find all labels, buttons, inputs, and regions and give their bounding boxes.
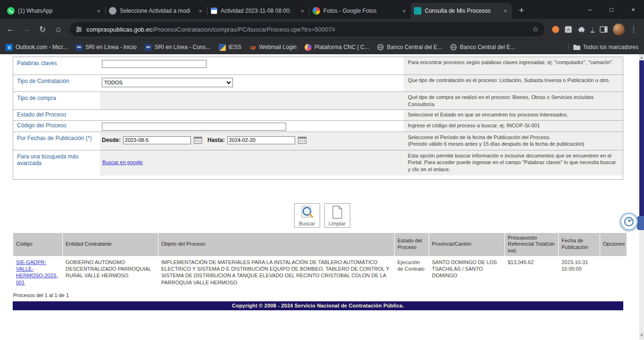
bookmark-sri-consultas[interactable]: SRI SRI en Línea - Cons... [145,44,211,51]
tab-seleccione-actividad[interactable]: Seleccione Actividad a modi × [106,3,207,19]
header-entidad: Entidad Contratante [63,233,158,256]
bookmark-label: Plataforma CNC | C... [314,44,369,50]
bookmark-label: Outlook.com - Micr... [16,44,67,50]
keywords-input[interactable] [102,60,206,68]
tab-consulta-procesos-active[interactable]: Consulta de Mis Procesos × [411,3,512,19]
tabs-container: (1) WhatsApp × Seleccione Actividad a mo… [0,3,579,19]
keywords-help: Para encontrar procesos según palabras c… [404,57,623,75]
bookmark-banco-central-1[interactable]: Banco Central del E... [377,44,442,51]
globe-icon [377,44,384,51]
reload-button[interactable]: ↻ [35,22,50,37]
bookmark-sri-inicio[interactable]: SRI SRI en Línea - Inicio [75,44,137,51]
results-section: Código Entidad Contratante Objeto del Pr… [13,232,623,289]
translate-icon[interactable]: A [564,25,572,33]
page-scrollbar[interactable]: ▲ ▼ [639,54,644,340]
dates-help: Seleccione el Período de la fecha de Pub… [404,132,623,150]
svg-text:A: A [567,27,570,32]
globe-icon [450,44,457,51]
tab-label: Actividad 2023-11-08 08:00: [221,8,296,14]
profile-avatar[interactable] [613,24,625,35]
process-code-input[interactable] [102,123,286,131]
header-estado: Estado del Proceso [395,233,429,256]
url-text[interactable]: compraspublicas.gob.ec/ProcesoContrataci… [86,26,528,33]
side-panel-icon[interactable] [600,26,608,33]
sri-icon: SRI [145,44,152,51]
minimize-button[interactable]: – [579,0,601,19]
chrome-menu-icon[interactable]: ⋮ [630,25,637,34]
tab-label: Fotos - Google Fotos [323,8,397,14]
tab-close-icon[interactable]: × [401,8,407,15]
contract-type-select[interactable]: TODOS [102,78,233,87]
scroll-up-icon[interactable]: ▲ [639,54,644,60]
tab-close-icon[interactable]: × [95,8,102,15]
results-header-row: Código Entidad Contratante Objeto del Pr… [13,233,627,256]
extensions-puzzle-icon[interactable] [578,25,586,33]
bookmark-banco-central-2[interactable]: Banco Central del E... [450,44,515,51]
compras-publicas-icon [414,7,421,15]
bookmark-star-icon[interactable]: ☆ [532,25,538,33]
bookmark-label: Webmail Login [259,44,297,50]
forward-button[interactable]: → [19,22,34,37]
header-codigo: Código [13,233,62,256]
table-row: SIE-GADPR-VALLE-HERMOSO-2023-001 GOBIERN… [13,257,627,288]
back-button[interactable]: ← [3,22,18,37]
form-bottom-spacer [13,175,623,179]
scrollbar-thumb[interactable] [639,60,644,217]
code-help: Ingrese el código del proceso a buscar, … [404,121,623,132]
calendar-page-icon [211,8,217,14]
date-from-input[interactable] [123,136,191,144]
close-button[interactable]: × [622,0,644,19]
tab-actividad[interactable]: Actividad 2023-11-08 08:00: × [207,3,309,19]
maximize-button[interactable]: □ [601,0,622,19]
bookmark-iess[interactable]: IESS [219,44,241,51]
bookmark-cnc[interactable]: Plataforma CNC | C... [305,44,369,51]
search-button[interactable]: Buscar [294,203,320,228]
tab-close-icon[interactable]: × [197,8,204,15]
site-settings-icon[interactable] [75,26,83,33]
search-form: Palabras claves Para encontrar procesos … [13,57,623,180]
row-tipo-contratacion: Tipo de Contratación TODOS Que tipo de c… [13,75,623,91]
tab-label: (1) WhatsApp [18,8,92,14]
date-to-label: Hasta: [207,137,225,143]
clear-button[interactable]: Limpiar [324,203,350,228]
bookmark-label: Todos los marcadores [583,44,638,50]
all-bookmarks-button[interactable]: Todos los marcadores [573,44,638,51]
process-code-link[interactable]: SIE-GADPR-VALLE-HERMOSO-2023-001 [16,259,58,285]
floating-clock-widget[interactable] [620,213,638,231]
tab-close-icon[interactable]: × [502,8,509,15]
tab-google-fotos[interactable]: Fotos - Google Fotos × [309,3,411,19]
advanced-help: Esta opción permite buscar información e… [404,150,623,175]
row-palabras-claves: Palabras claves Para encontrar procesos … [13,57,623,75]
date-to-input[interactable] [227,136,295,144]
search-button-label: Buscar [299,221,315,226]
downloads-icon[interactable]: ↓ [591,26,595,33]
outlook-icon: o [6,44,13,51]
header-fecha: Fecha de Publicación [559,233,600,256]
header-provincia: Provincia/Cantón [429,233,504,256]
dates-help-line1: Seleccione el Período de la fecha de Pub… [408,134,619,141]
address-bar[interactable]: compraspublicas.gob.ec/ProcesoContrataci… [70,22,545,36]
tab-close-icon[interactable]: × [299,8,305,15]
new-tab-button[interactable]: + [515,4,528,17]
scroll-down-icon[interactable]: ▼ [639,332,644,338]
tab-whatsapp[interactable]: (1) WhatsApp × [4,3,105,19]
bookmarks-divider [568,43,569,51]
bookmark-label: SRI en Línea - Cons... [155,44,211,50]
cell-objeto: IMPLEMENTACIÓN DE MATERIALES PARA LA INS… [158,257,394,288]
google-search-link[interactable]: Buscar en google [102,159,143,165]
calendar-icon[interactable] [194,137,202,144]
bookmark-label: IESS [229,44,241,50]
url-path: /ProcesoContratacion/compras/PC/buscarPr… [152,26,335,33]
floating-widget-tab[interactable] [637,216,644,230]
calendar-icon[interactable] [298,137,306,144]
code-label: Código del Proceso [13,121,100,132]
page-content: Palabras claves Para encontrar procesos … [0,57,644,340]
bookmark-outlook[interactable]: o Outlook.com - Micr... [6,44,67,51]
bookmarks-right: Todos los marcadores [568,43,638,51]
cell-entidad: GOBIERNO AUTONOMO DESCENTRALIZADO PARROQ… [63,257,158,288]
search-magnifier-icon [300,205,314,220]
extension-orange-icon[interactable] [552,26,559,33]
header-opciones: Opciones [600,233,627,256]
bookmark-webmail[interactable]: cp Webmail Login [249,44,297,51]
home-button[interactable]: ⌂ [51,22,66,37]
